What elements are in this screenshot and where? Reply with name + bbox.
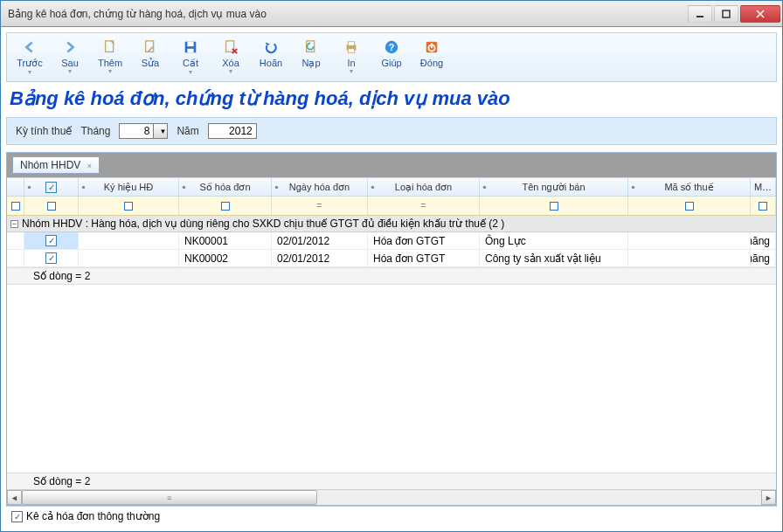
svg-rect-8 <box>187 49 193 53</box>
cell-ky-hieu[interactable] <box>79 232 179 249</box>
filter-cell[interactable] <box>79 197 179 215</box>
group-by-row[interactable]: Nhóm HHDV × <box>7 153 776 177</box>
delete-doc-icon <box>222 38 239 56</box>
toolbar-label: Sửa <box>142 58 159 69</box>
cell-loai-hd[interactable]: Hóa đơn GTGT <box>368 232 480 249</box>
grid-summary: Số dòng = 2 <box>7 473 776 489</box>
help-button[interactable]: ? Giúp <box>374 37 409 70</box>
group-header[interactable]: − Nhóm HHDV : Hàng hóa, dịch vụ dùng riê… <box>7 216 776 232</box>
cell-ten[interactable]: Ông Lực <box>480 232 628 249</box>
save-icon <box>182 38 199 56</box>
svg-point-25 <box>371 186 375 190</box>
cell-overflow[interactable]: Xi măng <box>751 232 776 249</box>
toolbar-label: Hoãn <box>260 58 282 68</box>
year-input[interactable] <box>208 123 257 139</box>
cell-mst[interactable] <box>628 232 751 249</box>
table-row[interactable]: NK00001 02/01/2012 Hóa đơn GTGT Ông Lực … <box>7 232 776 250</box>
expand-column-header <box>7 178 24 196</box>
footer-option: Kê cả hóa đơn thông thường <box>6 506 777 526</box>
close-button[interactable] <box>740 5 780 23</box>
page-title: Bảng kê hoá đơn, chứng từ hàng hoá, dịch… <box>6 82 777 117</box>
horizontal-scrollbar[interactable]: ◄ ≡ ► <box>7 489 776 505</box>
scroll-track[interactable]: ≡ <box>22 490 761 505</box>
pin-icon <box>482 184 488 190</box>
svg-point-22 <box>82 186 86 190</box>
col-header-ngay-hd[interactable]: Ngày hóa đơn <box>272 178 368 196</box>
dropdown-icon: ▾ <box>28 69 31 76</box>
print-button[interactable]: In ▾ <box>334 37 369 77</box>
filter-cell[interactable] <box>751 197 776 215</box>
maximize-button[interactable] <box>714 5 738 23</box>
scroll-right-button[interactable]: ► <box>761 490 776 505</box>
filter-cell[interactable] <box>24 197 79 215</box>
row-checkbox[interactable] <box>45 252 57 264</box>
filter-bar: Kỳ tính thuế Tháng ▼ Năm <box>6 117 777 145</box>
filter-cell[interactable]: = <box>368 197 480 215</box>
prev-button[interactable]: Trước ▾ <box>12 37 47 78</box>
col-header-ky-hieu[interactable]: Ký hiệu HĐ <box>79 178 179 196</box>
cell-ngay-hd[interactable]: 02/01/2012 <box>272 250 368 266</box>
col-header-overflow[interactable]: M… <box>751 178 776 196</box>
group-chip[interactable]: Nhóm HHDV × <box>12 156 100 174</box>
col-header-so-hd[interactable]: Số hóa đơn <box>179 178 272 196</box>
cell-loai-hd[interactable]: Hóa đơn GTGT <box>368 250 480 266</box>
period-label: Kỳ tính thuế <box>16 125 72 137</box>
filter-cell[interactable] <box>628 197 751 215</box>
col-header-ma-so-thue[interactable]: Mã số thuế <box>628 178 751 196</box>
undo-button[interactable]: Hoãn <box>253 37 288 70</box>
cell-ky-hieu[interactable] <box>79 250 179 266</box>
group-header-text: Nhóm HHDV : Hàng hóa, dịch vụ dùng riêng… <box>22 218 504 230</box>
svg-text:?: ? <box>389 42 395 52</box>
footer-checkbox-label: Kê cả hóa đơn thông thường <box>26 510 160 522</box>
toolbar: Trước ▾ Sau ▾ Thêm ▾ Sửa Cất ▾ <box>6 32 777 82</box>
dropdown-icon: ▾ <box>68 68 72 75</box>
window-title: Bảng kê hoá đơn, chứng từ hàng hoá, dịch… <box>8 8 686 20</box>
table-row[interactable]: NK00002 02/01/2012 Hóa đơn GTGT Công ty … <box>7 250 776 267</box>
cell-so-hd[interactable]: NK00001 <box>179 232 272 249</box>
group-summary: Số dòng = 2 <box>7 267 776 285</box>
collapse-icon[interactable]: − <box>10 220 18 228</box>
month-input[interactable] <box>119 123 154 139</box>
footer-checkbox[interactable] <box>11 511 23 522</box>
printer-icon <box>343 38 360 56</box>
cell-mst[interactable] <box>628 250 751 266</box>
empty-grid-area <box>7 285 776 473</box>
filter-cell[interactable]: = <box>272 197 368 215</box>
checkbox-column-header[interactable]: ✓ <box>24 178 79 196</box>
cell-so-hd[interactable]: NK00002 <box>179 250 272 266</box>
reload-button[interactable]: Nạp <box>294 37 329 71</box>
minimize-button[interactable] <box>688 5 712 23</box>
cell-ten[interactable]: Công ty sản xuất vật liệu <box>480 250 628 266</box>
titlebar: Bảng kê hoá đơn, chứng từ hàng hoá, dịch… <box>1 1 782 27</box>
svg-rect-7 <box>187 42 193 46</box>
reload-icon <box>302 38 320 56</box>
delete-button[interactable]: Xóa ▾ <box>213 37 248 77</box>
pin-icon <box>274 184 280 190</box>
dropdown-icon: ▾ <box>229 68 232 75</box>
pin-icon <box>630 184 636 190</box>
next-button[interactable]: Sau ▾ <box>52 37 87 77</box>
new-doc-icon <box>101 38 119 56</box>
scroll-left-button[interactable]: ◄ <box>7 490 22 505</box>
scroll-thumb[interactable]: ≡ <box>22 490 317 505</box>
add-button[interactable]: Thêm ▾ <box>93 37 128 77</box>
year-label: Năm <box>177 125 198 137</box>
group-chip-remove-icon[interactable]: × <box>87 162 92 170</box>
col-header-loai-hd[interactable]: Loại hóa đơn <box>368 178 480 196</box>
filter-cell[interactable] <box>179 197 272 215</box>
edit-button[interactable]: Sửa <box>133 37 168 71</box>
svg-point-27 <box>632 186 635 190</box>
filter-cell[interactable] <box>480 197 628 215</box>
row-checkbox[interactable] <box>45 235 57 246</box>
save-button[interactable]: Cất ▾ <box>173 37 208 78</box>
filter-icon[interactable] <box>11 202 20 211</box>
group-chip-label: Nhóm HHDV <box>20 159 80 171</box>
dropdown-icon: ▾ <box>108 68 112 75</box>
month-dropdown-button[interactable]: ▼ <box>154 123 168 139</box>
dropdown-icon: ▾ <box>350 68 353 75</box>
dropdown-icon: ▾ <box>189 69 192 76</box>
cell-ngay-hd[interactable]: 02/01/2012 <box>272 232 368 249</box>
col-header-ten-nguoi-ban[interactable]: Tên người bán <box>480 178 628 196</box>
close-form-button[interactable]: Đóng <box>414 37 449 70</box>
cell-overflow[interactable]: Xi măng <box>751 250 776 266</box>
